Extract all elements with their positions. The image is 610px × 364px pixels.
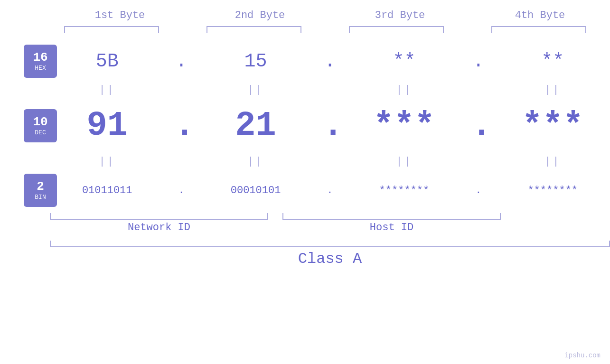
hex-dot2: . [323,51,337,72]
equals-row-1: || || || || [50,80,610,100]
host-bracket [282,213,501,220]
eq7: || [357,156,451,168]
class-bracket [50,241,610,247]
host-id-block: Host ID [282,213,501,233]
eq2: || [208,84,303,96]
dec-b2: 21 [208,106,303,145]
hex-row: 5B . 15 . ** . ** [50,51,610,72]
bin-badge-row: 2 BIN 01011011 . 00010101 . ******** . *… [0,171,610,209]
byte4-label: 4th Byte [476,9,604,21]
bin-b3: ******** [357,185,451,196]
dec-dot2: . [323,106,337,145]
dec-badge-label: DEC [35,129,46,136]
hex-badge-label: HEX [35,65,46,72]
id-section: Network ID Host ID [50,213,610,233]
eq4: || [505,84,600,96]
network-id-block: Network ID [50,213,268,233]
watermark: ipshu.com [564,352,601,359]
bin-badge-label: BIN [35,194,46,201]
dec-b4: *** [505,106,600,145]
byte1-label: 1st Byte [56,9,184,21]
bracket-3 [349,26,444,33]
dec-b1: 91 [60,106,155,145]
bin-badge-num: 2 [37,180,44,194]
eq6: || [208,156,303,168]
bin-b1: 01011011 [60,185,155,196]
bin-dot1: . [174,185,188,196]
byte2-label: 2nd Byte [196,9,324,21]
network-id-label: Network ID [128,222,190,233]
hex-b2: 15 [208,51,303,72]
bin-dot3: . [471,185,486,196]
bracket-row [40,26,610,33]
main-container: 1st Byte 2nd Byte 3rd Byte 4th Byte 16 H… [0,0,610,364]
bin-b4: ******** [505,185,600,196]
bin-dot2: . [323,185,337,196]
hex-badge-num: 16 [33,51,47,65]
bin-row: 01011011 . 00010101 . ******** . *******… [50,185,610,196]
bin-b2: 00010101 [208,185,303,196]
bracket-4 [491,26,586,33]
hex-b4: ** [505,51,600,72]
hex-dot1: . [174,51,188,72]
network-bracket [50,213,268,220]
dec-b3: *** [357,106,451,145]
hex-b3: ** [357,51,451,72]
eq3: || [357,84,451,96]
bracket-1 [64,26,159,33]
byte-headers: 1st Byte 2nd Byte 3rd Byte 4th Byte [50,9,610,21]
host-id-label: Host ID [370,222,413,233]
hex-b1: 5B [60,51,155,72]
bracket-2 [206,26,301,33]
eq1: || [60,84,155,96]
equals-row-2: || || || || [50,152,610,171]
byte3-label: 3rd Byte [336,9,464,21]
dec-dot1: . [174,106,188,145]
dec-dot3: . [471,106,486,145]
hex-badge-row: 16 HEX 5B . 15 . ** . ** [0,42,610,80]
eq8: || [505,156,600,168]
dec-badge-row: 10 DEC 91 . 21 . *** . *** [0,100,610,152]
eq5: || [60,156,155,168]
class-label: Class A [298,250,362,268]
dec-badge-num: 10 [33,115,47,129]
class-section: Class A [50,241,610,268]
dec-row: 91 . 21 . *** . *** [50,106,610,145]
hex-dot3: . [471,51,486,72]
